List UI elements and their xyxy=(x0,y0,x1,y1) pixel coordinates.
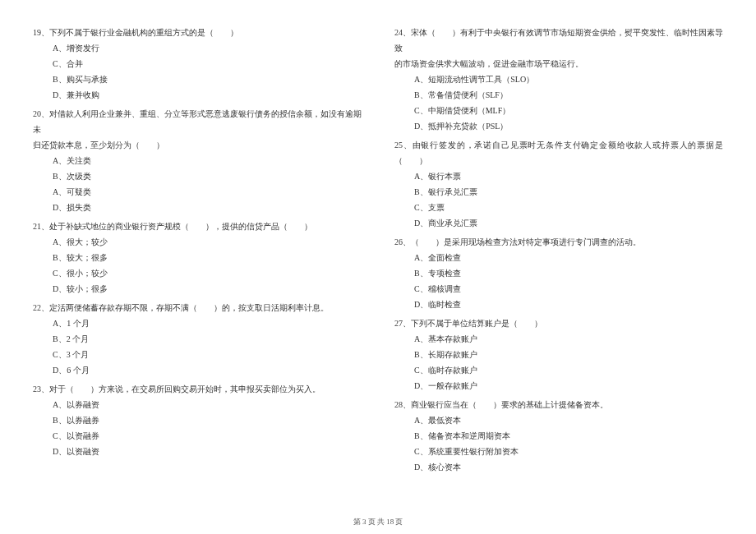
option: A、可疑类 xyxy=(53,184,362,200)
option: D、兼并收购 xyxy=(53,87,362,103)
question-text: 23、对于（ ）方来说，在交易所回购交易开始时，其申报买卖部位为买入。 xyxy=(33,381,362,397)
option: B、购买与承接 xyxy=(53,71,362,87)
option: C、以资融券 xyxy=(53,428,362,444)
option: C、支票 xyxy=(414,200,723,215)
option: D、核心资本 xyxy=(414,459,723,475)
option: A、关注类 xyxy=(53,153,362,168)
options-list: A、关注类 B、次级类 A、可疑类 D、损失类 xyxy=(33,153,362,215)
options-list: A、基本存款账户 B、长期存款账户 C、临时存款账户 D、一般存款账户 xyxy=(394,331,723,394)
option: B、专项检查 xyxy=(414,265,723,281)
option: C、临时存款账户 xyxy=(414,362,723,378)
options-list: A、以券融资 B、以券融券 C、以资融券 D、以资融资 xyxy=(33,397,362,459)
option: B、2 个月 xyxy=(53,331,362,347)
question-28: 28、商业银行应当在（ ）要求的基础上计提储备资本。 A、最低资本 B、储备资本… xyxy=(394,397,723,475)
option: D、抵押补充贷款（PSL） xyxy=(414,118,723,134)
option: D、临时检查 xyxy=(414,297,723,312)
question-text: 20、对借款人利用企业兼并、重组、分立等形式恶意逃废银行债务的授信余额，如没有逾… xyxy=(33,106,362,137)
options-list: A、银行本票 B、银行承兑汇票 C、支票 D、商业承兑汇票 xyxy=(394,168,723,231)
option: C、系统重要性银行附加资本 xyxy=(414,444,723,459)
option: C、合并 xyxy=(53,56,362,71)
option: A、最低资本 xyxy=(414,412,723,428)
question-26: 26、（ ）是采用现场检查方法对特定事项进行专门调查的活动。 A、全面检查 B、… xyxy=(394,234,723,312)
question-text: 24、宋体（ ）有利于中央银行有效调节市场短期资金供给，熨平突发性、临时性因素导… xyxy=(394,25,723,56)
option: B、储备资本和逆周期资本 xyxy=(414,428,723,444)
option: C、很小；较少 xyxy=(53,265,362,281)
content-columns: 19、下列不属于银行业金融机构的重组方式的是（ ） A、增资发行 C、合并 B、… xyxy=(33,25,723,501)
options-list: A、最低资本 B、储备资本和逆周期资本 C、系统重要性银行附加资本 D、核心资本 xyxy=(394,412,723,475)
option: D、以资融资 xyxy=(53,444,362,459)
options-list: A、全面检查 B、专项检查 C、稽核调查 D、临时检查 xyxy=(394,250,723,312)
right-column: 24、宋体（ ）有利于中央银行有效调节市场短期资金供给，熨平突发性、临时性因素导… xyxy=(394,25,723,501)
question-text: 21、处于补缺式地位的商业银行资产规模（ ），提供的信贷产品（ ） xyxy=(33,219,362,234)
options-list: A、很大；较少 B、较大；很多 C、很小；较少 D、较小；很多 xyxy=(33,234,362,297)
option: B、常备借贷便利（SLF） xyxy=(414,87,723,103)
option: A、基本存款账户 xyxy=(414,331,723,347)
option: A、很大；较少 xyxy=(53,234,362,250)
option: D、损失类 xyxy=(53,200,362,215)
question-continuation: 的市场资金供求大幅波动，促进金融市场平稳运行。 xyxy=(394,56,723,71)
option: B、次级类 xyxy=(53,168,362,184)
question-24: 24、宋体（ ）有利于中央银行有效调节市场短期资金供给，熨平突发性、临时性因素导… xyxy=(394,25,723,134)
option: A、银行本票 xyxy=(414,168,723,184)
option: C、3 个月 xyxy=(53,347,362,362)
option: C、中期借贷便利（MLF） xyxy=(414,103,723,118)
question-text: 26、（ ）是采用现场检查方法对特定事项进行专门调查的活动。 xyxy=(394,234,723,250)
question-21: 21、处于补缺式地位的商业银行资产规模（ ），提供的信贷产品（ ） A、很大；较… xyxy=(33,219,362,297)
option: A、短期流动性调节工具（SLO） xyxy=(414,71,723,87)
question-20: 20、对借款人利用企业兼并、重组、分立等形式恶意逃废银行债务的授信余额，如没有逾… xyxy=(33,106,362,215)
option: A、1 个月 xyxy=(53,315,362,331)
options-list: A、增资发行 C、合并 B、购买与承接 D、兼并收购 xyxy=(33,40,362,103)
option: C、稽核调查 xyxy=(414,281,723,297)
question-23: 23、对于（ ）方来说，在交易所回购交易开始时，其申报买卖部位为买入。 A、以券… xyxy=(33,381,362,459)
option: A、以券融资 xyxy=(53,397,362,412)
option: D、一般存款账户 xyxy=(414,378,723,394)
options-list: A、短期流动性调节工具（SLO） B、常备借贷便利（SLF） C、中期借贷便利（… xyxy=(394,71,723,134)
question-19: 19、下列不属于银行业金融机构的重组方式的是（ ） A、增资发行 C、合并 B、… xyxy=(33,25,362,103)
question-text: 25、由银行签发的，承诺自己见票时无条件支付确定金额给收款人或持票人的票据是（ … xyxy=(394,137,723,168)
option: B、较大；很多 xyxy=(53,250,362,265)
question-22: 22、定活两便储蓄存款存期不限，存期不满（ ）的，按支取日活期利率计息。 A、1… xyxy=(33,300,362,378)
question-continuation: 归还贷款本息，至少划分为（ ） xyxy=(33,137,362,153)
option: A、增资发行 xyxy=(53,40,362,56)
option: D、较小；很多 xyxy=(53,281,362,297)
question-25: 25、由银行签发的，承诺自己见票时无条件支付确定金额给收款人或持票人的票据是（ … xyxy=(394,137,723,231)
question-text: 27、下列不属于单位结算账户是（ ） xyxy=(394,315,723,331)
option: A、全面检查 xyxy=(414,250,723,265)
options-list: A、1 个月 B、2 个月 C、3 个月 D、6 个月 xyxy=(33,315,362,378)
question-text: 22、定活两便储蓄存款存期不限，存期不满（ ）的，按支取日活期利率计息。 xyxy=(33,300,362,315)
option: B、长期存款账户 xyxy=(414,347,723,362)
option: B、银行承兑汇票 xyxy=(414,184,723,200)
question-text: 28、商业银行应当在（ ）要求的基础上计提储备资本。 xyxy=(394,397,723,412)
option: D、6 个月 xyxy=(53,362,362,378)
left-column: 19、下列不属于银行业金融机构的重组方式的是（ ） A、增资发行 C、合并 B、… xyxy=(33,25,362,501)
question-27: 27、下列不属于单位结算账户是（ ） A、基本存款账户 B、长期存款账户 C、临… xyxy=(394,315,723,394)
option: B、以券融券 xyxy=(53,412,362,428)
option: D、商业承兑汇票 xyxy=(414,215,723,231)
question-text: 19、下列不属于银行业金融机构的重组方式的是（ ） xyxy=(33,25,362,40)
page-footer: 第 3 页 共 18 页 xyxy=(0,517,756,527)
